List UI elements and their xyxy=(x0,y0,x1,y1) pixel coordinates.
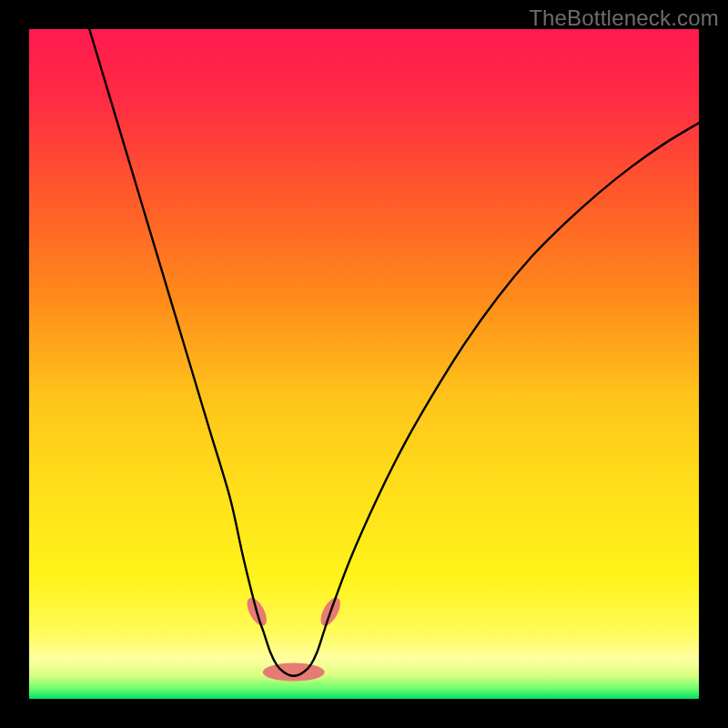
gradient-background xyxy=(29,29,699,699)
chart-frame: TheBottleneck.com xyxy=(0,0,728,728)
trough-marker xyxy=(263,663,325,682)
watermark-text: TheBottleneck.com xyxy=(529,5,719,31)
plot-area xyxy=(29,29,699,699)
bottleneck-chart xyxy=(29,29,699,699)
